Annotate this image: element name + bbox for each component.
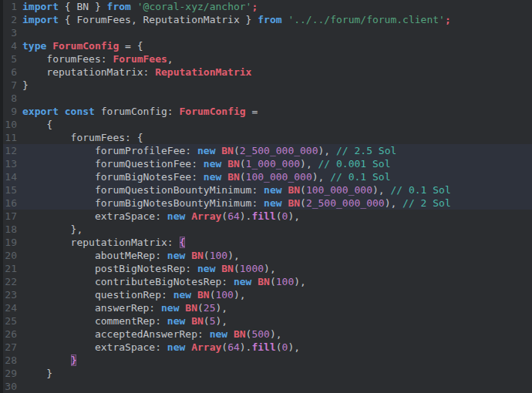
token-str: '../../forum/forum.client' — [288, 14, 445, 25]
code-line[interactable]: 8 — [0, 92, 532, 105]
token-com: // 0.001 Sol — [318, 158, 391, 170]
token-typ: BN — [234, 328, 246, 340]
token-kw: type — [22, 40, 46, 52]
code-line[interactable]: 14 forumBigNotesFee: new BN(100_000_000)… — [0, 170, 532, 183]
token-typ: ForumFees — [113, 53, 167, 65]
token-typ: BN — [221, 263, 234, 274]
token-pln: ( — [240, 158, 246, 170]
token-typ: BN — [197, 289, 210, 301]
token-pln: ( — [197, 302, 204, 314]
code-line[interactable]: 16 forumBigNotesBountyMinimum: new BN(2_… — [0, 196, 532, 210]
code-line[interactable]: 29 } — [0, 367, 532, 380]
code-text: type ForumConfig = { — [17, 39, 143, 52]
token-kw: import — [22, 1, 59, 12]
code-line[interactable]: 27 extraSpace: new Array(64).fill(0), — [0, 341, 532, 354]
token-pln: forumConfig: — [95, 106, 180, 117]
token-typ: BN — [288, 197, 300, 209]
token-pln — [185, 315, 191, 327]
token-pln: ( — [221, 210, 227, 222]
code-text: forumQuestionBountyMinimum: new BN(100_0… — [17, 183, 451, 196]
token-kw: new — [161, 302, 179, 314]
code-line[interactable]: 5 forumFees: ForumFees, — [0, 52, 532, 66]
code-line[interactable]: 15 forumQuestionBountyMinimum: new BN(10… — [0, 183, 532, 196]
code-text: import { ForumFees, ReputationMatrix } f… — [17, 13, 451, 26]
code-line[interactable]: 17 extraSpace: new Array(64).fill(0), — [0, 210, 532, 223]
token-num: 1000 — [240, 263, 264, 274]
token-kw: new — [204, 171, 221, 183]
token-kw: new — [197, 263, 215, 274]
token-pln: ), — [215, 302, 227, 314]
token-pln: ), — [264, 263, 276, 274]
code-line[interactable]: 22 contributeBigNotesRep: new BN(100), — [0, 275, 532, 288]
token-pln: ), — [372, 184, 390, 196]
code-line[interactable]: 24 answerRep: new BN(25), — [0, 301, 532, 314]
code-line[interactable]: 26 acceptedAnswerRep: new BN(500), — [0, 328, 532, 341]
token-pln: forumQuestionFee: — [22, 158, 204, 170]
code-line[interactable]: 2import { ForumFees, ReputationMatrix } … — [0, 13, 532, 26]
token-pln: ), — [300, 158, 318, 170]
token-pln — [46, 40, 52, 52]
token-pln: ( — [276, 210, 282, 222]
code-text: aboutMeRep: new BN(100), — [17, 249, 240, 262]
code-text: export const forumConfig: ForumConfig = — [17, 105, 258, 118]
token-pln: forumProfileFee: — [22, 145, 197, 156]
token-pln: forumFees: { — [22, 132, 143, 143]
token-typ: BN — [258, 276, 270, 287]
token-num: 100 — [210, 250, 227, 261]
token-pln: ( — [240, 171, 246, 183]
code-text: import { BN } from '@coral-xyz/anchor'; — [17, 0, 258, 13]
token-pln: answerRep: — [22, 302, 161, 314]
code-text: extraSpace: new Array(64).fill(0), — [17, 210, 300, 223]
code-line[interactable]: 18 }, — [0, 223, 532, 236]
token-pln: forumQuestionBountyMinimum: — [22, 184, 264, 196]
code-line[interactable]: 28 } — [0, 354, 532, 367]
token-pln: postBigNotesRep: — [22, 263, 197, 274]
token-brm: { — [180, 237, 186, 248]
token-pln: commentRep: — [22, 315, 167, 327]
code-line[interactable]: 12 forumProfileFee: new BN(2_500_000_000… — [0, 144, 532, 157]
token-pln: } — [22, 79, 29, 91]
token-pln: { ForumFees, ReputationMatrix } — [59, 14, 258, 25]
token-pln: aboutMeRep: — [22, 250, 167, 261]
code-line[interactable]: 30 — [0, 380, 532, 393]
token-pln: ), — [312, 171, 330, 183]
code-line[interactable]: 9export const forumConfig: ForumConfig = — [0, 105, 532, 118]
token-com: // 2 Sol — [402, 197, 451, 209]
code-editor[interactable]: 1import { BN } from '@coral-xyz/anchor';… — [0, 0, 532, 393]
code-text: { — [17, 118, 52, 131]
token-kw: from — [258, 14, 281, 25]
code-line[interactable]: 25 commentRep: new BN(5), — [0, 314, 532, 328]
code-line[interactable]: 11 forumFees: { — [0, 131, 532, 144]
token-pln: ), — [385, 197, 402, 209]
token-pln: forumFees: — [22, 53, 113, 65]
token-str: '@coral-xyz/anchor' — [137, 1, 252, 12]
token-num: 500 — [251, 328, 269, 340]
code-text: } — [17, 354, 76, 367]
code-line[interactable]: 4type ForumConfig = { — [0, 39, 532, 52]
code-line[interactable]: 7} — [0, 79, 532, 92]
token-pln: ). — [240, 341, 252, 353]
code-line[interactable]: 1import { BN } from '@coral-xyz/anchor'; — [0, 0, 532, 13]
code-line[interactable]: 3 — [0, 26, 532, 39]
token-kw: new — [167, 315, 185, 327]
token-pln: questionRep: — [22, 289, 173, 301]
code-line[interactable]: 23 questionRep: new BN(100), — [0, 288, 532, 301]
code-text: extraSpace: new Array(64).fill(0), — [17, 341, 300, 354]
token-pln: ( — [204, 250, 210, 261]
code-line[interactable]: 19 reputationMatrix: { — [0, 236, 532, 249]
code-line[interactable]: 10 { — [0, 118, 532, 131]
code-text: forumBigNotesBountyMinimum: new BN(2_500… — [17, 196, 451, 210]
code-line[interactable]: 13 forumQuestionFee: new BN(1_000_000), … — [0, 157, 532, 170]
token-kw: from — [107, 1, 131, 12]
token-pln: } — [22, 368, 52, 379]
code-text: reputationMatrix: { — [17, 236, 185, 249]
token-pln: ( — [300, 197, 306, 209]
code-text: forumQuestionFee: new BN(1_000_000), // … — [17, 157, 390, 170]
code-line[interactable]: 21 postBigNotesRep: new BN(1000), — [0, 262, 532, 275]
code-line[interactable]: 6 reputationMatrix: ReputationMatrix — [0, 66, 532, 79]
code-line[interactable]: 20 aboutMeRep: new BN(100), — [0, 249, 532, 262]
token-pln: ( — [234, 263, 240, 274]
token-pln: forumBigNotesFee: — [22, 171, 204, 183]
token-typ: BN — [191, 250, 204, 261]
code-lines: 1import { BN } from '@coral-xyz/anchor';… — [0, 0, 532, 393]
